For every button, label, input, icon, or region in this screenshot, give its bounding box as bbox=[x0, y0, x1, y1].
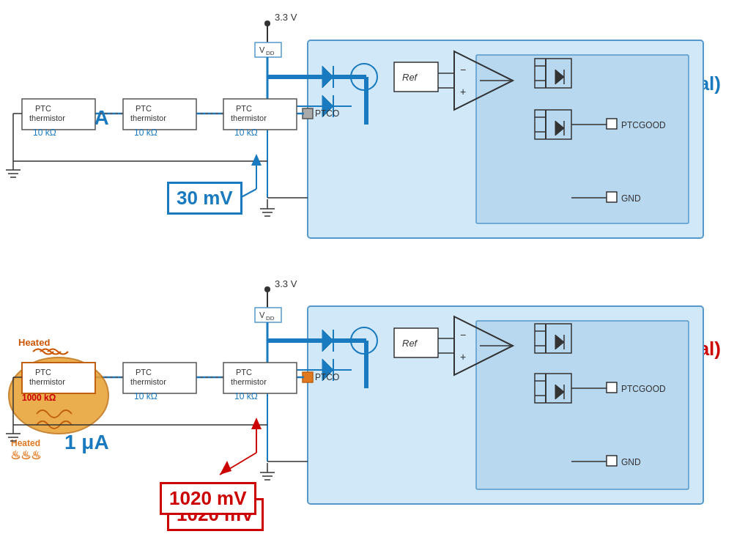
svg-text:10 kΩ: 10 kΩ bbox=[134, 391, 158, 401]
svg-rect-128 bbox=[607, 382, 617, 393]
svg-text:thermistor: thermistor bbox=[130, 114, 166, 122]
svg-text:thermistor: thermistor bbox=[231, 377, 267, 386]
svg-text:V: V bbox=[259, 45, 265, 54]
svg-point-3 bbox=[264, 21, 270, 26]
svg-text:thermistor: thermistor bbox=[231, 114, 267, 122]
svg-text:PTC: PTC bbox=[136, 368, 152, 377]
svg-text:PTC: PTC bbox=[236, 104, 252, 113]
svg-text:10 kΩ: 10 kΩ bbox=[234, 391, 258, 401]
svg-text:thermistor: thermistor bbox=[29, 114, 65, 122]
svg-marker-168 bbox=[220, 461, 231, 475]
svg-text:10 kΩ: 10 kΩ bbox=[234, 127, 258, 138]
svg-text:3.3 V: 3.3 V bbox=[275, 12, 297, 23]
svg-text:PTC: PTC bbox=[35, 104, 51, 113]
svg-text:+: + bbox=[460, 351, 466, 363]
svg-text:10 kΩ: 10 kΩ bbox=[134, 127, 158, 138]
svg-text:thermistor: thermistor bbox=[29, 377, 65, 386]
svg-text:PTC: PTC bbox=[236, 368, 252, 377]
svg-point-100 bbox=[362, 338, 366, 343]
svg-text:PTC: PTC bbox=[35, 368, 51, 377]
svg-text:DD: DD bbox=[266, 315, 275, 322]
svg-text:PTCO: PTCO bbox=[315, 372, 339, 382]
svg-text:PTCGOOD: PTCGOOD bbox=[621, 120, 666, 130]
svg-text:10 kΩ: 10 kΩ bbox=[33, 127, 56, 138]
svg-rect-47 bbox=[607, 192, 617, 202]
svg-rect-55 bbox=[303, 108, 313, 119]
svg-text:Ref: Ref bbox=[402, 72, 418, 83]
svg-text:1000 kΩ: 1000 kΩ bbox=[22, 393, 56, 403]
svg-text:GND: GND bbox=[621, 457, 641, 467]
svg-text:GND: GND bbox=[621, 193, 641, 204]
svg-text:Heated: Heated bbox=[18, 337, 50, 348]
svg-text:DD: DD bbox=[266, 50, 275, 56]
diagram-container: High (Normal) Low (Abnormal) 1 μA 1 μA 3… bbox=[0, 0, 756, 545]
svg-point-87 bbox=[264, 286, 270, 292]
svg-text:+: + bbox=[460, 86, 466, 97]
svg-text:thermistor: thermistor bbox=[130, 377, 166, 386]
svg-text:−: − bbox=[460, 64, 466, 75]
svg-text:PTCGOOD: PTCGOOD bbox=[621, 384, 666, 394]
circuit-diagram-svg: 3.3 V V DD Ref − + bbox=[0, 0, 756, 545]
svg-text:V: V bbox=[259, 311, 265, 319]
svg-point-16 bbox=[362, 75, 366, 79]
svg-text:PTCO: PTCO bbox=[315, 108, 339, 119]
svg-marker-81 bbox=[251, 154, 262, 166]
svg-rect-139 bbox=[303, 372, 313, 382]
svg-rect-131 bbox=[607, 456, 617, 466]
svg-text:PTC: PTC bbox=[136, 104, 152, 113]
svg-text:3.3 V: 3.3 V bbox=[275, 278, 297, 289]
top-voltage-box: 30 mV bbox=[167, 182, 242, 215]
bottom-voltage-box: 1020 mV bbox=[160, 482, 256, 515]
svg-marker-166 bbox=[251, 418, 262, 429]
svg-text:Ref: Ref bbox=[402, 338, 418, 349]
svg-rect-44 bbox=[607, 119, 617, 129]
svg-text:−: − bbox=[460, 329, 466, 341]
